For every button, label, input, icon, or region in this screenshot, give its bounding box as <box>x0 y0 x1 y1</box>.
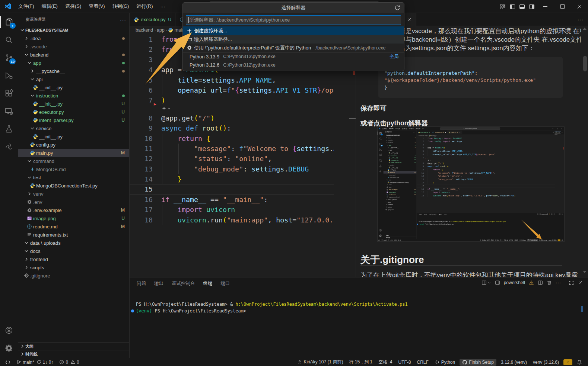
activity-ai-extension-icon[interactable] <box>378 169 383 174</box>
tree-item-__init__.py[interactable]: __init__.py <box>18 83 129 92</box>
code-line-12[interactable]: 12 "status": "online", <box>130 154 334 164</box>
code-line-9[interactable]: 9async def root(): <box>130 123 334 133</box>
tree-item-frontend[interactable]: frontend <box>383 203 416 206</box>
breadcrumb-app[interactable]: app <box>157 28 165 33</box>
activity-settings-gear-icon[interactable] <box>378 233 383 239</box>
interpreter-input[interactable]: 所选解释器: .\backend\venv\Scripts\python.exe <box>186 15 401 25</box>
status-3.12.6 (venv)[interactable]: 3.12.6 (venv) <box>498 358 530 366</box>
breadcrumb-app[interactable]: app <box>425 135 428 136</box>
outline-section[interactable]: 大纲 <box>18 342 129 350</box>
terminal-new-icon[interactable] <box>481 280 491 285</box>
panel-more-actions-icon[interactable]: ··· <box>556 280 561 285</box>
status-remote-icon[interactable] <box>378 239 381 241</box>
maximize-panel-icon[interactable] <box>569 280 574 285</box>
tree-item-instruction[interactable]: instruction <box>383 154 416 156</box>
tree-item-__init__.py[interactable]: __init__.py <box>18 132 129 141</box>
status-空格: 4[interactable]: 空格: 4 <box>503 239 509 241</box>
breadcrumb-[interactable]: … <box>437 135 439 136</box>
status-person-icon[interactable]: KiriAky 107 (1 周前) <box>294 358 346 366</box>
close-tab-icon[interactable] <box>406 17 412 23</box>
code-line-1[interactable]: 1from fastapi import FastAPI <box>417 137 555 140</box>
menu-item[interactable]: 转到(G) <box>109 0 133 13</box>
code-line-16[interactable]: 16if __name__ == "__main__": <box>417 187 555 191</box>
terminal-output[interactable]: PS H:\OwnProject\FilesReadSysteam> & h:\… <box>136 301 408 314</box>
tree-item-venv[interactable]: venv <box>383 183 416 186</box>
status-github-icon[interactable]: Finish Setup <box>527 239 538 241</box>
tree-item-test[interactable]: test <box>383 179 416 181</box>
menu-item[interactable]: 选择(S) <box>394 127 401 130</box>
activity-settings-gear-icon[interactable] <box>0 339 18 357</box>
quickpick-item[interactable]: 创建虚拟环境... <box>183 26 404 35</box>
activity-ai-extension-icon[interactable] <box>0 138 18 156</box>
menu-item[interactable]: ··· <box>156 0 169 13</box>
tree-item-command[interactable]: command <box>18 157 129 165</box>
shell-label[interactable]: powershell <box>504 280 525 285</box>
tree-item-__pycache__[interactable]: __pycache__ <box>18 67 129 75</box>
quickpick-item[interactable]: 输入解释器路径... <box>183 35 404 44</box>
tree-item-.env[interactable]: .env <box>383 186 416 189</box>
menu-item[interactable]: 选择(S) <box>61 0 85 13</box>
status-bell-icon[interactable] <box>574 358 585 366</box>
copilot-sparkle-icon[interactable] <box>161 106 171 111</box>
tree-item-.gitignore[interactable]: .gitignore <box>18 272 129 280</box>
activity-remote-explorer-icon[interactable] <box>378 158 383 163</box>
tree-item-app[interactable]: app <box>383 144 416 147</box>
tab-executor.py[interactable]: executor.pyU <box>417 131 431 135</box>
menu-item[interactable]: 查看(V) <box>85 0 108 13</box>
menu-item[interactable]: 查看(V) <box>401 127 408 130</box>
explorer-more-actions-icon[interactable]: ··· <box>120 17 126 23</box>
tree-item-main.py[interactable]: main.pyM <box>18 149 129 157</box>
menu-item[interactable]: ··· <box>421 127 425 130</box>
tree-item-executor.py[interactable]: executor.pyU <box>383 159 416 161</box>
tree-item-backend[interactable]: backend <box>18 51 129 59</box>
tree-item-readme.md[interactable]: readme.mdM <box>18 222 129 231</box>
tree-item-.env.example[interactable]: .env.exampleM <box>18 206 129 214</box>
terminal-tab-icon[interactable] <box>495 280 500 285</box>
activity-extensions-icon[interactable] <box>0 84 18 102</box>
breadcrumb-backend[interactable]: backend <box>419 135 424 136</box>
tree-item-service[interactable]: service <box>18 124 129 132</box>
code-line-5[interactable]: 5 title=settings.APP_NAME, <box>417 150 555 153</box>
activity-files-icon[interactable]: 1 <box>0 13 18 31</box>
tree-item-api[interactable]: api <box>383 149 416 151</box>
code-line-15[interactable]: 15 <box>130 184 334 194</box>
panel-tab-调试控制台[interactable]: 调试控制台 <box>428 213 438 216</box>
panel-tab-端口[interactable]: 端口 <box>443 213 448 216</box>
status-remote-icon[interactable] <box>2 358 13 366</box>
status-空格: 4[interactable]: 空格: 4 <box>375 358 395 366</box>
tree-item-intent_parser.py[interactable]: intent_parser.pyU <box>18 116 129 124</box>
tree-item-requirements.txt[interactable]: requirements.txt <box>18 231 129 239</box>
tree-item-.idea[interactable]: .idea <box>383 137 416 139</box>
tree-item-docs[interactable]: docs <box>18 247 129 255</box>
tree-item-.vscode[interactable]: .vscode <box>383 139 416 142</box>
close-panel-icon[interactable] <box>578 280 583 285</box>
code-line-18[interactable]: 18 uvicorn.run("main:app", host="127.0.0… <box>417 194 555 197</box>
breadcrumb-main.py[interactable]: main.py <box>431 135 436 136</box>
timeline-section[interactable]: 时间线 <box>18 350 129 358</box>
activity-account-icon[interactable] <box>378 228 383 233</box>
tree-item-MongoDB.md[interactable]: MongoDB.md <box>18 165 129 173</box>
maximize-button[interactable] <box>554 0 571 13</box>
tree-item-readme.md[interactable]: readme.mdM <box>383 193 416 196</box>
panel-tab-问题[interactable]: 问题 <box>418 213 423 216</box>
tree-item-requirements.txt[interactable]: requirements.txt <box>383 196 416 199</box>
tab-readme.md[interactable]: readme.mdM <box>431 131 448 135</box>
activity-source-control-icon[interactable]: 10 <box>378 141 383 147</box>
code-line-8[interactable]: 8@app.get("/") <box>417 162 555 165</box>
code-line-7[interactable]: 7) <box>130 95 334 105</box>
status-UTF-8[interactable]: UTF-8 <box>509 239 514 241</box>
tree-item-__init__.py[interactable]: __init__.py <box>383 151 416 154</box>
tree-item-.vscode[interactable]: .vscode <box>18 42 129 51</box>
tree-item-command[interactable]: command <box>383 174 416 176</box>
code-line-11[interactable]: 11 "message": f"Welcome to {settings.APP… <box>417 171 555 175</box>
tree-item-__pycache__[interactable]: __pycache__ <box>383 147 416 149</box>
status-error-icon[interactable]: 00 <box>56 358 82 366</box>
code-line-3[interactable]: 3 <box>417 143 555 147</box>
tree-item-api[interactable]: api <box>18 75 129 83</box>
status-branch-icon[interactable]: main*1↓ 0↑ <box>381 239 394 241</box>
status-CRLF[interactable]: CRLF <box>514 239 519 241</box>
status-CRLF[interactable]: CRLF <box>414 358 432 366</box>
activity-extensions-icon[interactable] <box>378 152 383 158</box>
tree-item-config.py[interactable]: config.py <box>383 168 416 171</box>
status-UTF-8[interactable]: UTF-8 <box>395 358 414 366</box>
